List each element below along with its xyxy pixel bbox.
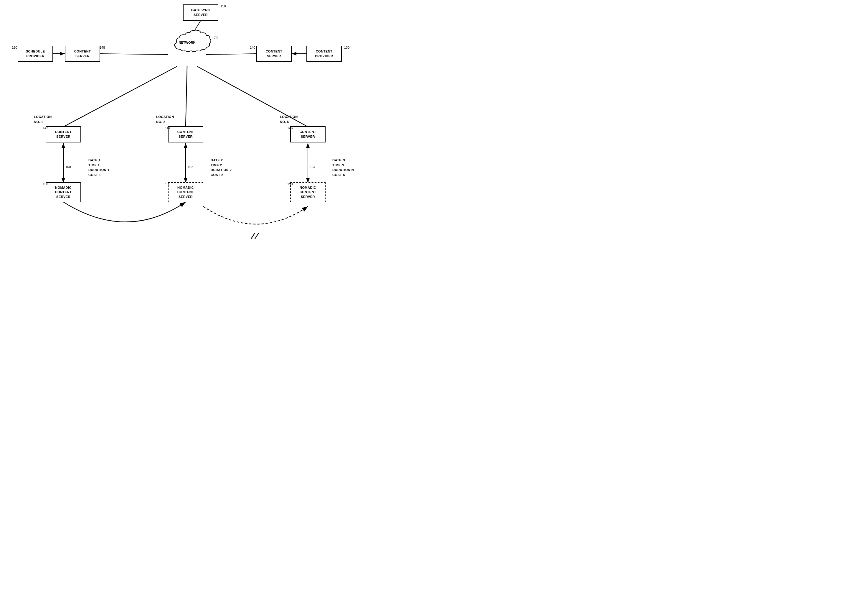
svg-line-11	[186, 66, 187, 127]
location-n-label: LOCATIONNO. N	[280, 114, 298, 124]
location-1-label: LOCATIONNO. 1	[34, 114, 52, 124]
content-server-148-box: CONTENTSERVER	[65, 46, 100, 62]
location-2-label: LOCATIONNO. 2	[156, 114, 174, 124]
ref-164: 164	[310, 165, 315, 169]
content-server-144-box: CONTENTSERVER	[168, 126, 203, 143]
ref-144: 144	[165, 126, 170, 130]
ref-150-3: 150	[287, 182, 293, 186]
nomadic-1-label: NOMADICCONTENTSERVER	[55, 185, 72, 199]
gatesync-label: GATESYNC SERVER	[186, 8, 215, 17]
content-provider-130-box: CONTENTPROVIDER	[307, 46, 342, 62]
content-server-142-label: CONTENTSERVER	[55, 130, 72, 139]
ref-150-1: 150	[43, 182, 48, 186]
date-2-label: DATE 2TIME 2DURATION 2COST 2	[211, 158, 232, 177]
ref-142: 142	[43, 126, 48, 130]
ref-162: 162	[188, 165, 193, 169]
ref-130: 130	[344, 46, 349, 49]
content-server-148-label: CONTENTSERVER	[74, 49, 91, 58]
ref-148: 148	[99, 46, 105, 49]
content-server-146-box: CONTENTSERVER	[290, 126, 326, 143]
ref-140: 140	[250, 46, 255, 49]
ref-150-2: 150	[165, 182, 170, 186]
network-label: NETWORK	[179, 41, 195, 44]
content-server-142-box: CONTENTSERVER	[46, 126, 81, 143]
schedule-provider-label: SCHEDULEPROVIDER	[26, 49, 45, 58]
ref-110: 110	[220, 5, 226, 8]
ref-146: 146	[287, 126, 293, 130]
svg-line-17	[255, 233, 259, 239]
nomadic-2-label: NOMADICCONTENTSERVER	[177, 185, 194, 199]
schedule-provider-box: SCHEDULEPROVIDER	[18, 46, 53, 62]
svg-line-16	[251, 233, 255, 239]
ref-170: 170	[212, 36, 217, 39]
content-server-144-label: CONTENTSERVER	[177, 130, 194, 139]
content-server-140-label: CONTENTSERVER	[266, 49, 282, 58]
nomadic-3-label: NOMADICCONTENTSERVER	[300, 185, 316, 199]
nomadic-content-server-1-box: NOMADICCONTENTSERVER	[46, 182, 81, 202]
content-server-146-label: CONTENTSERVER	[300, 130, 316, 139]
gatesync-server-box: GATESYNC SERVER	[183, 5, 219, 21]
content-server-140-box: CONTENTSERVER	[256, 46, 292, 62]
svg-line-7	[100, 54, 168, 54]
date-n-label: DATE NTIME NDURATION NCOST N	[332, 158, 354, 177]
date-1-label: DATE 1TIME 1DURATION 1COST 1	[88, 158, 109, 177]
ref-160: 160	[65, 165, 71, 169]
nomadic-content-server-2-box: NOMADICCONTENTSERVER	[168, 182, 203, 202]
ref-120: 120	[12, 46, 17, 49]
content-provider-130-label: CONTENTPROVIDER	[315, 49, 333, 58]
nomadic-content-server-3-box: NOMADICCONTENTSERVER	[290, 182, 326, 202]
svg-line-8	[206, 54, 256, 54]
